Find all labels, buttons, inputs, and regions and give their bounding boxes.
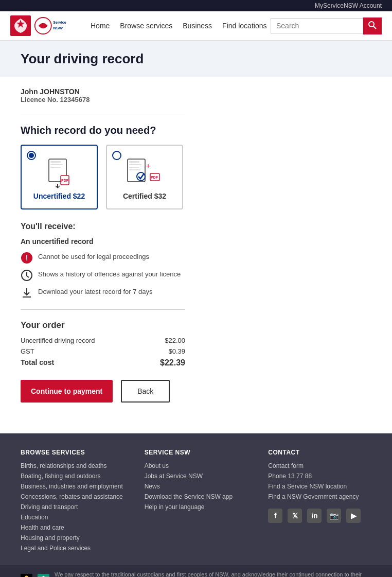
radio-uncertified bbox=[27, 151, 36, 162]
order-value-2: $0.39 bbox=[168, 347, 185, 355]
footer-main: BROWSE SERVICES Births, relationships an… bbox=[0, 433, 392, 565]
youtube-icon[interactable]: ▶ bbox=[346, 509, 361, 523]
footer-link-legal[interactable]: Legal and Police services bbox=[21, 545, 124, 552]
svg-text:!: ! bbox=[26, 254, 28, 262]
footer-link-news[interactable]: News bbox=[145, 483, 248, 490]
account-label: MyServiceNSW Account bbox=[315, 2, 382, 9]
page-header: Your driving record bbox=[0, 41, 392, 77]
instagram-icon[interactable]: 📷 bbox=[327, 509, 341, 523]
nav-locations[interactable]: Find locations bbox=[222, 22, 266, 30]
footer-link-language[interactable]: Help in your language bbox=[145, 503, 248, 511]
nav-home[interactable]: Home bbox=[91, 22, 110, 30]
svg-rect-14 bbox=[129, 161, 139, 163]
user-info: John JOHNSTON Licence No. 12345678 bbox=[21, 88, 370, 103]
divider-user bbox=[21, 114, 185, 114]
download-icon bbox=[21, 287, 33, 299]
footer-contact: CONTACT Contact form Phone 13 77 88 Find… bbox=[268, 449, 371, 555]
footer-service: SERVICE NSW About us Jobs at Service NSW… bbox=[145, 449, 248, 555]
acknowledgement-text: We pay respect to the traditional custod… bbox=[55, 571, 371, 577]
button-row: Continue to payment Back bbox=[21, 380, 370, 403]
svg-text:+: + bbox=[146, 162, 150, 170]
footer-link-boating[interactable]: Boating, fishing and outdoors bbox=[21, 473, 124, 480]
svg-text:PDF: PDF bbox=[151, 176, 158, 179]
order-value-1: $22.00 bbox=[165, 337, 185, 344]
divider-order bbox=[21, 309, 185, 310]
footer-browse: BROWSE SERVICES Births, relationships an… bbox=[21, 449, 124, 555]
receive-title: You'll receive: bbox=[21, 222, 370, 231]
svg-rect-8 bbox=[50, 164, 63, 165]
footer-link-contact-form[interactable]: Contact form bbox=[268, 462, 371, 469]
pdf-uncertified-icon: PDF bbox=[46, 158, 72, 189]
licence-label: Licence No. bbox=[21, 96, 58, 103]
record-certified[interactable]: + PDF Certified $32 bbox=[106, 145, 183, 209]
footer-link-gov-agency[interactable]: Find a NSW Government agency bbox=[268, 493, 371, 500]
licence-info: Licence No. 12345678 bbox=[21, 96, 370, 103]
order-total: Total cost $22.39 bbox=[21, 358, 185, 368]
nav-business[interactable]: Business bbox=[183, 22, 212, 30]
footer-browse-title: BROWSE SERVICES bbox=[21, 449, 124, 456]
order-row-2: GST $0.39 bbox=[21, 347, 185, 355]
svg-point-4 bbox=[369, 22, 374, 27]
radio-circle-certified bbox=[112, 151, 121, 160]
footer-link-about[interactable]: About us bbox=[145, 462, 248, 469]
svg-text:PDF: PDF bbox=[61, 179, 69, 182]
footer-link-driving[interactable]: Driving and transport bbox=[21, 503, 124, 511]
nav-browse[interactable]: Browse services bbox=[120, 22, 172, 30]
record-uncertified[interactable]: PDF Uncertified $22 bbox=[21, 145, 98, 209]
svg-text:NSW: NSW bbox=[53, 26, 63, 30]
certified-label: Certified $32 bbox=[115, 192, 174, 200]
footer-link-business[interactable]: Business, industries and employment bbox=[21, 483, 124, 490]
search-input[interactable] bbox=[271, 18, 363, 33]
uncertified-label: Uncertified $22 bbox=[30, 192, 88, 200]
footer-service-title: SERVICE NSW bbox=[145, 449, 248, 456]
service-nsw-logo: Service NSW bbox=[34, 15, 75, 36]
footer-link-app[interactable]: Download the Service NSW app bbox=[145, 493, 248, 500]
order-title: Your order bbox=[21, 320, 370, 330]
header: Service NSW Home Browse services Busines… bbox=[0, 11, 392, 41]
facebook-icon[interactable]: f bbox=[268, 509, 282, 523]
main-content: John JOHNSTON Licence No. 12345678 Which… bbox=[0, 77, 391, 433]
footer-link-housing[interactable]: Housing and property bbox=[21, 534, 124, 541]
footer-link-education[interactable]: Education bbox=[21, 514, 124, 521]
twitter-icon[interactable]: 𝕏 bbox=[288, 509, 302, 523]
footer-link-concessions[interactable]: Concessions, rebates and assistance bbox=[21, 493, 124, 500]
footer-link-location[interactable]: Find a Service NSW location bbox=[268, 483, 371, 490]
record-options: PDF Uncertified $22 bbox=[21, 145, 370, 209]
footer-columns: BROWSE SERVICES Births, relationships an… bbox=[21, 449, 371, 555]
linkedin-icon[interactable]: in bbox=[307, 509, 322, 523]
footer-link-phone[interactable]: Phone 13 77 88 bbox=[268, 473, 371, 480]
svg-rect-17 bbox=[129, 169, 140, 170]
svg-line-26 bbox=[27, 276, 29, 277]
svg-rect-16 bbox=[129, 167, 139, 168]
footer-link-health[interactable]: Health and care bbox=[21, 524, 124, 531]
user-name: John JOHNSTON bbox=[21, 88, 370, 96]
receive-section: You'll receive: An uncertified record ! … bbox=[21, 222, 370, 299]
order-row-1: Uncertified driving record $22.00 bbox=[21, 337, 185, 344]
torres-strait-flag bbox=[38, 573, 49, 577]
receive-item-3: Download your latest record for 7 days bbox=[21, 287, 370, 299]
back-button[interactable]: Back bbox=[121, 380, 170, 403]
nsw-logo bbox=[10, 15, 31, 36]
record-question: Which record do you need? bbox=[21, 125, 370, 136]
receive-subtitle: An uncertified record bbox=[21, 237, 370, 246]
svg-line-5 bbox=[373, 26, 376, 29]
uncertified-icon: PDF bbox=[30, 158, 88, 189]
search-bar bbox=[271, 18, 382, 34]
logo-area: Service NSW bbox=[10, 15, 75, 36]
footer-link-jobs[interactable]: Jobs at Service NSW bbox=[145, 473, 248, 480]
svg-text:Service: Service bbox=[53, 21, 66, 25]
main-nav: Home Browse services Business Find locat… bbox=[91, 22, 271, 30]
footer-link-births[interactable]: Births, relationships and deaths bbox=[21, 462, 124, 469]
radio-certified bbox=[112, 151, 121, 162]
licence-number: 12345678 bbox=[60, 96, 90, 103]
footer-contact-title: CONTACT bbox=[268, 449, 371, 456]
svg-rect-9 bbox=[50, 167, 61, 168]
svg-rect-7 bbox=[50, 161, 61, 163]
total-label: Total cost bbox=[21, 358, 54, 368]
search-button[interactable] bbox=[363, 18, 382, 34]
top-bar: MyServiceNSW Account bbox=[0, 0, 392, 11]
radio-circle-uncertified bbox=[27, 151, 36, 160]
receive-text-1: Cannot be used for legal proceedings bbox=[38, 252, 149, 262]
continue-button[interactable]: Continue to payment bbox=[21, 380, 113, 403]
receive-item-2: Shows a history of offences against your… bbox=[21, 269, 370, 282]
